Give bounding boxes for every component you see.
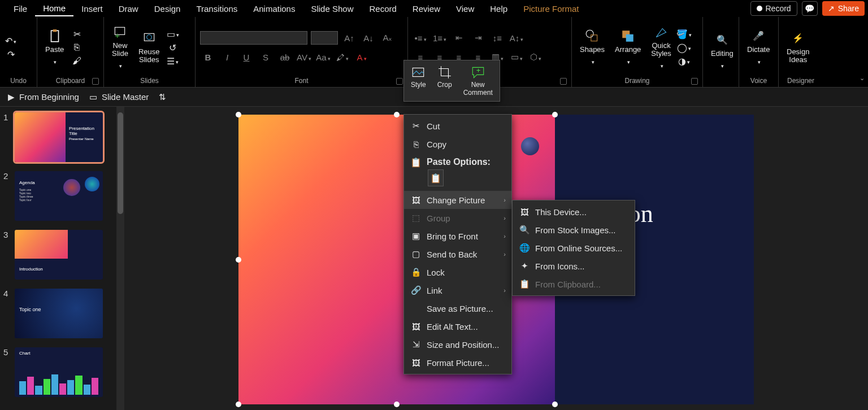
sm-online-sources[interactable]: 🌐From Online Sources... <box>513 239 635 257</box>
share-button[interactable]: ↗Share <box>822 1 865 16</box>
slide-thumbnail-5[interactable]: Chart <box>15 347 103 397</box>
tab-insert[interactable]: Insert <box>73 2 111 16</box>
align-text-button[interactable]: ▭ <box>509 50 524 64</box>
font-dialog-launcher[interactable] <box>396 78 403 85</box>
slide-thumbnail-2[interactable]: Agenda Topic oneTopic twoTopic threeTopi… <box>15 171 103 221</box>
layout-button[interactable]: ▭ <box>167 29 179 39</box>
bold-button[interactable]: B <box>200 50 216 64</box>
paste-option-keep-source[interactable]: 📋 <box>428 169 444 186</box>
cm-link[interactable]: 🔗Link› <box>404 281 511 299</box>
shape-outline-button[interactable]: ◯ <box>678 42 691 53</box>
cm-copy[interactable]: ⎘Copy <box>404 135 511 153</box>
shape-fill-button[interactable]: 🪣 <box>678 29 691 39</box>
underline-button[interactable]: U <box>238 50 254 64</box>
cm-cut[interactable]: ✂Cut <box>404 117 511 135</box>
shadow-button[interactable]: S <box>258 50 274 64</box>
slide-thumbnail-1[interactable]: Presentation TitlePresenter Name <box>15 112 103 162</box>
dictate-button[interactable]: 🎤Dictate <box>744 27 773 68</box>
increase-font-button[interactable]: A↑ <box>341 31 357 45</box>
cm-bring-to-front[interactable]: ▣Bring to Front› <box>404 227 511 245</box>
strikethrough-button[interactable]: ab <box>277 50 293 64</box>
comments-pane-button[interactable]: 💬 <box>802 1 818 16</box>
format-painter-button[interactable]: 🖌 <box>71 56 83 66</box>
arrange-button[interactable]: Arrange <box>611 27 644 68</box>
tab-transitions[interactable]: Transitions <box>188 2 245 16</box>
cm-format-picture[interactable]: 🖼Format Picture... <box>404 354 511 372</box>
selection-handle[interactable] <box>394 402 400 407</box>
thumbnail-scrollbar[interactable] <box>116 107 124 410</box>
section-button[interactable]: ☰ <box>167 56 179 66</box>
decrease-font-button[interactable]: A↓ <box>361 31 376 45</box>
increase-indent-button[interactable]: ⇥ <box>470 31 486 45</box>
tab-home[interactable]: Home <box>35 1 73 16</box>
bullets-button[interactable]: •≡ <box>413 31 428 45</box>
collapse-ribbon-button[interactable]: ⌄ <box>860 75 865 82</box>
selection-handle[interactable] <box>236 257 241 263</box>
paste-button[interactable]: Paste <box>42 27 67 68</box>
tab-file[interactable]: File <box>6 2 35 16</box>
slide-master-button[interactable]: ▭Slide Master <box>89 92 149 102</box>
from-beginning-button[interactable]: ▶From Beginning <box>8 92 79 102</box>
selection-handle[interactable] <box>236 112 241 117</box>
selection-handle[interactable] <box>552 112 558 117</box>
change-case-button[interactable]: Aa <box>315 50 331 64</box>
editing-button[interactable]: 🔍Editing <box>708 30 737 72</box>
clear-formatting-button[interactable]: Aₓ <box>380 31 396 45</box>
record-button[interactable]: Record <box>750 1 797 16</box>
text-direction-button[interactable]: A↕ <box>509 31 524 45</box>
tab-review[interactable]: Review <box>405 2 448 16</box>
cut-button[interactable]: ✂ <box>71 29 83 39</box>
italic-button[interactable]: I <box>219 50 235 64</box>
selection-handle[interactable] <box>394 112 400 117</box>
cm-lock[interactable]: 🔒Lock <box>404 263 511 281</box>
mini-new-comment-button[interactable]: +New Comment <box>459 63 497 99</box>
cm-size-position[interactable]: ⇲Size and Position... <box>404 335 511 354</box>
quick-styles-button[interactable]: Quick Styles <box>648 23 674 73</box>
decrease-indent-button[interactable]: ⇤ <box>451 31 467 45</box>
sm-from-icons[interactable]: ✦From Icons... <box>513 257 635 275</box>
font-name-combo[interactable] <box>200 31 307 45</box>
thumb-number: 2 <box>3 171 11 181</box>
sm-stock-images[interactable]: 🔍From Stock Images... <box>513 221 635 239</box>
tab-draw[interactable]: Draw <box>111 2 146 16</box>
cm-save-as-picture[interactable]: Save as Picture... <box>404 299 511 317</box>
mini-style-button[interactable]: Style <box>406 63 431 99</box>
shape-effects-button[interactable]: ◑ <box>678 56 691 66</box>
line-spacing-button[interactable]: ↕≡ <box>489 31 505 45</box>
selection-handle[interactable] <box>236 402 241 407</box>
redo-button[interactable]: ↷ <box>5 49 17 59</box>
slide-thumbnail-3[interactable]: Introduction <box>15 230 103 280</box>
tab-record[interactable]: Record <box>361 2 404 16</box>
shapes-button[interactable]: Shapes <box>576 27 608 68</box>
drawing-dialog-launcher[interactable] <box>691 78 698 85</box>
new-slide-button[interactable]: + New Slide <box>108 23 132 73</box>
mini-crop-button[interactable]: Crop <box>433 63 457 99</box>
numbering-button[interactable]: 1≡ <box>432 31 448 45</box>
font-size-combo[interactable] <box>311 31 338 45</box>
cm-change-picture[interactable]: 🖼Change Picture› <box>404 191 511 209</box>
selection-handle[interactable] <box>552 402 558 407</box>
tab-slideshow[interactable]: Slide Show <box>303 2 361 16</box>
font-color-button[interactable]: A <box>354 50 370 64</box>
highlight-button[interactable]: 🖍 <box>335 50 350 64</box>
copy-button[interactable]: ⎘ <box>71 42 83 53</box>
tab-animations[interactable]: Animations <box>245 2 303 16</box>
tab-picture-format[interactable]: Picture Format <box>515 2 587 16</box>
clipboard-dialog-launcher[interactable] <box>92 78 99 85</box>
cm-edit-alt-text[interactable]: 🖼Edit Alt Text... <box>404 317 511 335</box>
paragraph-dialog-launcher[interactable] <box>560 78 567 85</box>
scrollbar-thumb[interactable] <box>118 112 123 214</box>
tab-view[interactable]: View <box>448 2 482 16</box>
smartart-button[interactable]: ⬡ <box>528 50 544 64</box>
reset-button[interactable]: ↺ <box>167 42 179 53</box>
undo-button[interactable]: ↶ <box>5 36 17 46</box>
slide-thumbnail-4[interactable]: Topic one <box>15 289 103 338</box>
tab-design[interactable]: Design <box>146 2 189 16</box>
char-spacing-button[interactable]: AV <box>296 50 312 64</box>
cm-send-to-back[interactable]: ▢Send to Back› <box>404 245 511 263</box>
tab-help[interactable]: Help <box>482 2 515 16</box>
design-ideas-button[interactable]: ⚡Design Ideas <box>783 29 813 67</box>
reuse-slides-button[interactable]: Reuse Slides <box>135 29 163 67</box>
quick-overflow-button[interactable]: ⇅ <box>159 92 166 102</box>
sm-this-device[interactable]: 🖼This Device... <box>513 203 635 221</box>
